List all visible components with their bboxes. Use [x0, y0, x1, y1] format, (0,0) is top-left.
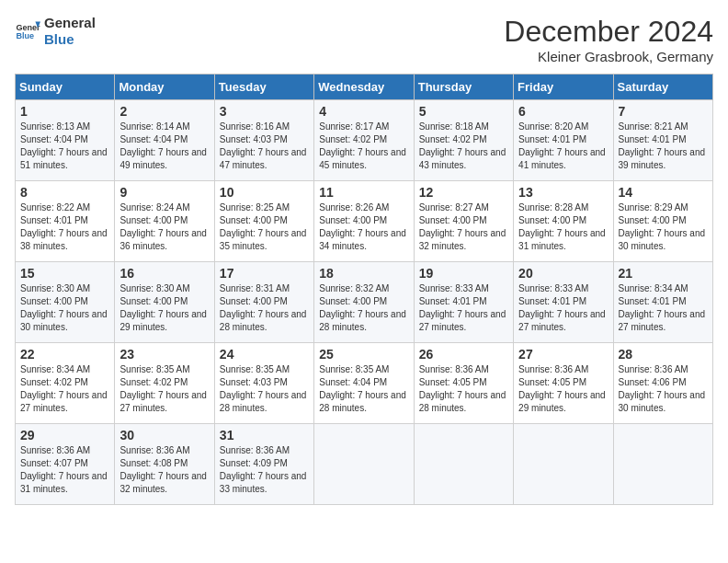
logo-text-blue: Blue [44, 31, 96, 48]
day-info: Sunrise: 8:30 AM Sunset: 4:00 PM Dayligh… [119, 282, 209, 334]
calendar-header-row: SundayMondayTuesdayWednesdayThursdayFrid… [16, 75, 713, 100]
day-number: 24 [220, 347, 309, 362]
day-info: Sunrise: 8:36 AM Sunset: 4:09 PM Dayligh… [220, 444, 309, 496]
day-info: Sunrise: 8:13 AM Sunset: 4:04 PM Dayligh… [20, 121, 109, 172]
day-info: Sunrise: 8:36 AM Sunset: 4:05 PM Dayligh… [518, 363, 608, 415]
calendar-cell: 9Sunrise: 8:24 AM Sunset: 4:00 PM Daylig… [115, 181, 214, 262]
calendar-cell: 12Sunrise: 8:27 AM Sunset: 4:00 PM Dayli… [414, 181, 513, 262]
day-info: Sunrise: 8:22 AM Sunset: 4:01 PM Dayligh… [20, 201, 109, 253]
calendar-cell: 17Sunrise: 8:31 AM Sunset: 4:00 PM Dayli… [214, 262, 313, 343]
calendar-cell: 29Sunrise: 8:36 AM Sunset: 4:07 PM Dayli… [16, 424, 115, 505]
header-sunday: Sunday [16, 75, 115, 100]
day-number: 22 [20, 347, 109, 362]
page-header: General Blue General Blue December 2024 … [15, 15, 713, 64]
day-info: Sunrise: 8:36 AM Sunset: 4:06 PM Dayligh… [619, 363, 708, 415]
day-info: Sunrise: 8:18 AM Sunset: 4:02 PM Dayligh… [419, 121, 508, 172]
calendar-cell: 14Sunrise: 8:29 AM Sunset: 4:00 PM Dayli… [613, 181, 712, 262]
calendar-cell: 6Sunrise: 8:20 AM Sunset: 4:01 PM Daylig… [514, 100, 613, 181]
day-number: 26 [419, 347, 508, 362]
day-number: 15 [20, 266, 109, 281]
day-number: 17 [220, 266, 309, 281]
day-info: Sunrise: 8:32 AM Sunset: 4:00 PM Dayligh… [319, 282, 408, 334]
calendar-cell: 21Sunrise: 8:34 AM Sunset: 4:01 PM Dayli… [613, 262, 712, 343]
day-info: Sunrise: 8:28 AM Sunset: 4:00 PM Dayligh… [518, 201, 608, 253]
logo: General Blue General Blue [15, 15, 96, 48]
day-number: 5 [419, 104, 508, 119]
header-saturday: Saturday [613, 75, 712, 100]
calendar-cell: 2Sunrise: 8:14 AM Sunset: 4:04 PM Daylig… [115, 100, 214, 181]
calendar-cell: 31Sunrise: 8:36 AM Sunset: 4:09 PM Dayli… [214, 424, 313, 505]
day-number: 25 [319, 347, 408, 362]
day-number: 4 [319, 104, 408, 119]
day-info: Sunrise: 8:36 AM Sunset: 4:08 PM Dayligh… [119, 444, 209, 496]
day-info: Sunrise: 8:34 AM Sunset: 4:01 PM Dayligh… [619, 282, 708, 334]
calendar-cell: 27Sunrise: 8:36 AM Sunset: 4:05 PM Dayli… [514, 343, 613, 424]
day-number: 14 [619, 185, 708, 200]
calendar-cell: 3Sunrise: 8:16 AM Sunset: 4:03 PM Daylig… [214, 100, 313, 181]
day-number: 9 [119, 185, 209, 200]
title-block: December 2024 Kleiner Grasbrook, Germany [504, 15, 713, 64]
header-friday: Friday [514, 75, 613, 100]
logo-text-general: General [44, 15, 96, 31]
calendar-cell [514, 424, 613, 505]
calendar-cell: 24Sunrise: 8:35 AM Sunset: 4:03 PM Dayli… [214, 343, 313, 424]
header-wednesday: Wednesday [314, 75, 414, 100]
calendar-cell: 8Sunrise: 8:22 AM Sunset: 4:01 PM Daylig… [16, 181, 115, 262]
calendar-cell: 20Sunrise: 8:33 AM Sunset: 4:01 PM Dayli… [514, 262, 613, 343]
day-info: Sunrise: 8:34 AM Sunset: 4:02 PM Dayligh… [20, 363, 109, 415]
day-info: Sunrise: 8:16 AM Sunset: 4:03 PM Dayligh… [220, 121, 309, 172]
day-number: 29 [20, 428, 109, 442]
day-number: 23 [119, 347, 209, 362]
calendar-cell: 5Sunrise: 8:18 AM Sunset: 4:02 PM Daylig… [414, 100, 513, 181]
day-number: 31 [220, 428, 309, 442]
calendar-cell: 16Sunrise: 8:30 AM Sunset: 4:00 PM Dayli… [115, 262, 214, 343]
day-info: Sunrise: 8:29 AM Sunset: 4:00 PM Dayligh… [619, 201, 708, 253]
day-number: 28 [619, 347, 708, 362]
calendar-cell: 25Sunrise: 8:35 AM Sunset: 4:04 PM Dayli… [314, 343, 414, 424]
day-info: Sunrise: 8:35 AM Sunset: 4:02 PM Dayligh… [119, 363, 209, 415]
calendar-cell: 13Sunrise: 8:28 AM Sunset: 4:00 PM Dayli… [514, 181, 613, 262]
day-info: Sunrise: 8:17 AM Sunset: 4:02 PM Dayligh… [319, 121, 408, 172]
day-info: Sunrise: 8:25 AM Sunset: 4:00 PM Dayligh… [220, 201, 309, 253]
calendar-cell: 28Sunrise: 8:36 AM Sunset: 4:06 PM Dayli… [613, 343, 712, 424]
calendar-cell [414, 424, 513, 505]
day-number: 30 [119, 428, 209, 442]
calendar-cell: 23Sunrise: 8:35 AM Sunset: 4:02 PM Dayli… [115, 343, 214, 424]
week-row-3: 15Sunrise: 8:30 AM Sunset: 4:00 PM Dayli… [16, 262, 713, 343]
day-info: Sunrise: 8:33 AM Sunset: 4:01 PM Dayligh… [518, 282, 608, 334]
week-row-2: 8Sunrise: 8:22 AM Sunset: 4:01 PM Daylig… [16, 181, 713, 262]
calendar-cell: 7Sunrise: 8:21 AM Sunset: 4:01 PM Daylig… [613, 100, 712, 181]
week-row-4: 22Sunrise: 8:34 AM Sunset: 4:02 PM Dayli… [16, 343, 713, 424]
day-info: Sunrise: 8:36 AM Sunset: 4:05 PM Dayligh… [419, 363, 508, 415]
calendar-cell [314, 424, 414, 505]
week-row-1: 1Sunrise: 8:13 AM Sunset: 4:04 PM Daylig… [16, 100, 713, 181]
calendar-cell: 26Sunrise: 8:36 AM Sunset: 4:05 PM Dayli… [414, 343, 513, 424]
day-number: 3 [220, 104, 309, 119]
day-info: Sunrise: 8:30 AM Sunset: 4:00 PM Dayligh… [20, 282, 109, 334]
day-info: Sunrise: 8:27 AM Sunset: 4:00 PM Dayligh… [419, 201, 508, 253]
header-monday: Monday [115, 75, 214, 100]
day-info: Sunrise: 8:21 AM Sunset: 4:01 PM Dayligh… [619, 121, 708, 172]
calendar-cell: 1Sunrise: 8:13 AM Sunset: 4:04 PM Daylig… [16, 100, 115, 181]
day-number: 2 [119, 104, 209, 119]
day-number: 19 [419, 266, 508, 281]
day-number: 7 [619, 104, 708, 119]
day-number: 10 [220, 185, 309, 200]
calendar-cell: 15Sunrise: 8:30 AM Sunset: 4:00 PM Dayli… [16, 262, 115, 343]
header-tuesday: Tuesday [214, 75, 313, 100]
calendar-cell: 10Sunrise: 8:25 AM Sunset: 4:00 PM Dayli… [214, 181, 313, 262]
day-info: Sunrise: 8:35 AM Sunset: 4:03 PM Dayligh… [220, 363, 309, 415]
day-number: 12 [419, 185, 508, 200]
calendar-cell: 19Sunrise: 8:33 AM Sunset: 4:01 PM Dayli… [414, 262, 513, 343]
calendar-cell: 30Sunrise: 8:36 AM Sunset: 4:08 PM Dayli… [115, 424, 214, 505]
day-number: 6 [518, 104, 608, 119]
day-number: 8 [20, 185, 109, 200]
day-number: 27 [518, 347, 608, 362]
calendar-cell [613, 424, 712, 505]
day-number: 11 [319, 185, 408, 200]
day-number: 16 [119, 266, 209, 281]
calendar-table: SundayMondayTuesdayWednesdayThursdayFrid… [15, 74, 713, 505]
calendar-cell: 18Sunrise: 8:32 AM Sunset: 4:00 PM Dayli… [314, 262, 414, 343]
day-info: Sunrise: 8:20 AM Sunset: 4:01 PM Dayligh… [518, 121, 608, 172]
day-number: 20 [518, 266, 608, 281]
